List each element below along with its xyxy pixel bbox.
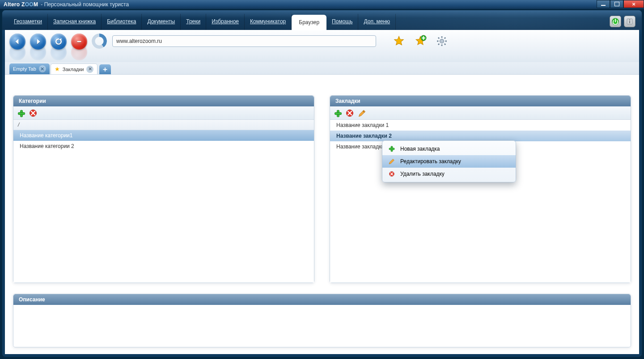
menu-geozametki[interactable]: Геозаметки (8, 14, 48, 30)
tab-close-button[interactable]: ✕ (39, 65, 46, 72)
main-menu: Геозаметки Записная книжка Библиотека До… (2, 10, 642, 30)
app-frame: Геозаметки Записная книжка Библиотека До… (2, 10, 642, 357)
bookmark-star-button[interactable] (392, 34, 406, 48)
context-menu: Новая закладка Редактировать закладку Уд… (382, 140, 516, 182)
info-button[interactable] (624, 16, 636, 27)
settings-button[interactable] (435, 34, 449, 48)
categories-panel: Категории / Название категории1 Название… (13, 95, 314, 283)
menu-notebook[interactable]: Записная книжка (48, 14, 102, 30)
maximize-button[interactable] (610, 0, 623, 8)
power-button[interactable] (610, 16, 621, 27)
ctx-new-bookmark[interactable]: Новая закладка (382, 143, 516, 155)
ctx-edit-bookmark[interactable]: Редактировать закладку (382, 155, 516, 168)
delete-icon (388, 170, 396, 178)
window-buttons: ✕ (597, 0, 644, 9)
content-area: Категории / Название категории1 Название… (5, 87, 639, 354)
titlebar: Altero ZOOM - Персональный помощник тури… (0, 0, 644, 9)
plus-icon (388, 145, 396, 153)
menu-communicator[interactable]: Коммуникатор (245, 14, 292, 30)
tab-label: Empty Tab (13, 66, 36, 72)
menu-tracks[interactable]: Треки (181, 14, 206, 30)
ctx-label: Редактировать закладку (400, 158, 461, 165)
menu-extra[interactable]: Доп. меню (358, 14, 396, 30)
description-panel: Описание (13, 294, 631, 347)
menu-library[interactable]: Библиотека (102, 14, 142, 30)
description-body (13, 305, 631, 347)
edit-bookmark-button[interactable] (358, 109, 367, 118)
menu-help[interactable]: Помощь (326, 14, 358, 30)
svg-rect-2 (629, 21, 630, 23)
delete-category-button[interactable] (29, 109, 38, 118)
gear-icon (436, 35, 448, 47)
browser-toolbar (5, 30, 639, 65)
categories-list[interactable]: / Название категории1 Название категории… (13, 120, 314, 283)
star-plus-icon (414, 35, 427, 47)
delete-bookmark-button[interactable] (345, 109, 354, 118)
stop-icon (76, 38, 82, 45)
panel-title: Закладки (330, 96, 631, 106)
svg-rect-14 (389, 148, 394, 150)
ctx-label: Новая закладка (400, 146, 440, 152)
tab-bookmarks[interactable]: ★ Закладки ✕ (51, 63, 98, 74)
spinner-icon (92, 34, 108, 50)
bookmarks-panel: Закладки Название закладки 1 (330, 95, 631, 283)
minimize-button[interactable] (597, 0, 610, 8)
svg-point-6 (440, 39, 444, 43)
tab-new-button[interactable]: ＋ (99, 64, 111, 74)
delete-icon (29, 109, 38, 118)
bookmarks-toolbar (330, 106, 631, 120)
menu-favorites[interactable]: Избранное (206, 14, 245, 30)
bookmark-add-button[interactable] (414, 34, 427, 48)
browser-tabs: Empty Tab ✕ ★ Закладки ✕ ＋ (5, 62, 639, 75)
menu-browser[interactable]: Браузер (292, 15, 326, 30)
add-bookmark-button[interactable] (334, 109, 342, 117)
add-category-button[interactable] (17, 109, 25, 117)
delete-icon (345, 109, 354, 118)
app-brand: Altero ZOOM (4, 1, 38, 8)
plus-icon (17, 109, 26, 118)
nav-reflection (9, 51, 112, 60)
description-section: Описание (13, 294, 631, 347)
plus-icon (334, 109, 343, 118)
info-icon (626, 18, 633, 25)
svg-rect-11 (335, 112, 342, 114)
pencil-icon (358, 109, 367, 118)
svg-rect-8 (18, 112, 25, 114)
categories-toolbar (13, 106, 314, 120)
app-subtitle: - Персональный помощник туриста (41, 1, 129, 8)
bookmark-row[interactable]: Название закладки 2 (330, 131, 631, 141)
star-icon: ★ (55, 66, 60, 72)
close-button[interactable]: ✕ (623, 0, 644, 8)
star-icon (393, 35, 405, 47)
panel-title: Описание (13, 294, 631, 305)
bookmark-row[interactable]: Название закладки 1 (330, 120, 631, 131)
panel-title: Категории (13, 96, 314, 106)
tab-empty[interactable]: Empty Tab ✕ (9, 63, 50, 74)
ctx-label: Удалить закладку (400, 171, 445, 177)
category-root[interactable]: / (13, 120, 314, 130)
svg-rect-3 (629, 19, 630, 20)
ctx-delete-bookmark[interactable]: Удалить закладку (382, 168, 516, 180)
pencil-icon (388, 157, 396, 165)
svg-rect-4 (77, 41, 81, 42)
power-icon (611, 17, 619, 25)
work-area: Empty Tab ✕ ★ Закладки ✕ ＋ Категории (5, 30, 639, 354)
tab-label: Закладки (63, 67, 84, 72)
category-row[interactable]: Название категории1 (13, 130, 314, 141)
category-row[interactable]: Название категории 2 (13, 141, 314, 152)
url-field[interactable] (112, 35, 376, 47)
tab-close-button[interactable]: ✕ (86, 66, 93, 73)
url-input[interactable] (116, 38, 372, 44)
menu-documents[interactable]: Документы (142, 14, 181, 30)
